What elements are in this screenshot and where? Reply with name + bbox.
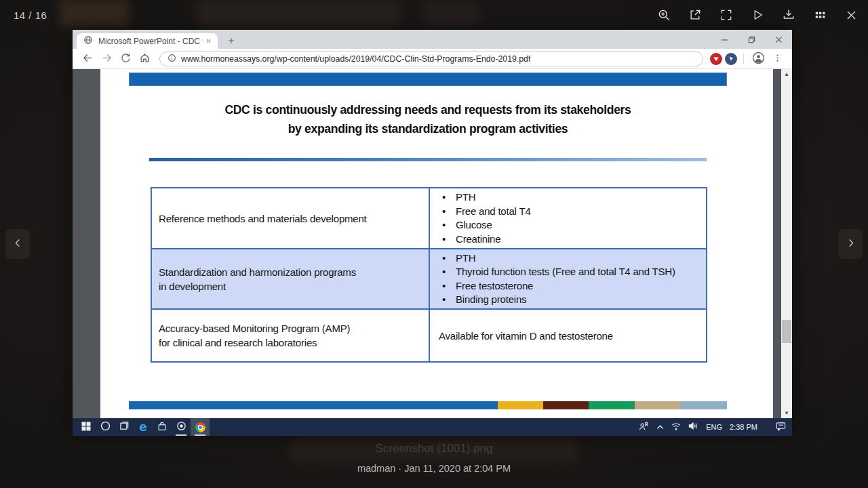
bullet-item: Free and total T4 xyxy=(442,205,706,219)
zoom-in-icon xyxy=(657,8,671,22)
url-bar[interactable]: www.hormoneassays.org/wp-content/uploads… xyxy=(159,52,703,66)
slideshow-button[interactable] xyxy=(749,6,766,24)
capture-app-button[interactable] xyxy=(172,418,191,436)
screenshot-photo: Microsoft PowerPoint - CDC Clin www.hor xyxy=(73,30,792,436)
pdf-page: CDC is continuously addressing needs and… xyxy=(100,69,773,418)
speaker-icon xyxy=(688,422,698,432)
footer-color-segment xyxy=(681,401,727,409)
open-in-new-icon xyxy=(688,8,702,22)
caption-meta: madman · Jan 11, 2020 at 2:04 PM xyxy=(0,463,868,474)
table-row-items: PTH Thyroid function tests (Free and tot… xyxy=(429,249,706,310)
scroll-down-icon[interactable]: ▼ xyxy=(781,408,792,418)
download-button[interactable] xyxy=(780,6,797,24)
extension-red-icon[interactable] xyxy=(710,53,722,65)
download-icon xyxy=(782,8,795,22)
page-info-icon[interactable] xyxy=(167,53,176,65)
apps-grid-icon xyxy=(814,9,827,22)
prev-photo-button[interactable] xyxy=(5,229,30,259)
home-button[interactable] xyxy=(136,51,153,67)
table-row-text: Available for vitamin D and testosterone xyxy=(429,310,706,361)
slide-title: CDC is continuously addressing needs and… xyxy=(129,100,727,138)
bullet-item: Free testosterone xyxy=(442,279,706,293)
url-text: www.hormoneassays.org/wp-content/uploads… xyxy=(181,54,530,64)
forward-icon xyxy=(101,52,113,66)
table-row-label: Standardization and harmonization progra… xyxy=(152,249,429,310)
cortana-circle-icon xyxy=(100,421,111,433)
chevron-right-icon xyxy=(846,238,856,250)
viewer-header: 14 / 16 xyxy=(0,0,868,30)
language-indicator[interactable]: ENG xyxy=(706,423,722,431)
close-viewer-button[interactable] xyxy=(842,6,860,24)
network-button[interactable] xyxy=(671,422,681,432)
table-row-items: PTH Free and total T4 Glucose Creatinine xyxy=(429,188,706,249)
footer-color-segment xyxy=(635,401,681,409)
zoom-in-button[interactable] xyxy=(655,6,673,24)
start-button[interactable] xyxy=(77,418,96,436)
chevron-left-icon xyxy=(13,238,23,250)
action-center-button[interactable] xyxy=(776,422,786,433)
chrome-taskbar-button[interactable] xyxy=(191,418,210,436)
task-view-button[interactable] xyxy=(115,418,134,436)
volume-button[interactable] xyxy=(688,422,698,432)
chevron-up-icon xyxy=(656,422,664,432)
slide-divider xyxy=(149,158,707,161)
people-icon xyxy=(639,422,649,433)
close-icon xyxy=(845,9,858,22)
store-button[interactable] xyxy=(153,418,172,436)
new-tab-button[interactable] xyxy=(223,33,239,49)
reload-icon xyxy=(120,52,131,65)
tray-expand-button[interactable] xyxy=(656,422,664,432)
fullscreen-button[interactable] xyxy=(717,6,735,24)
restore-button[interactable] xyxy=(738,30,765,49)
open-in-new-button[interactable] xyxy=(686,6,704,24)
bullet-item: PTH xyxy=(442,251,706,266)
browser-tab-strip: Microsoft PowerPoint - CDC Clin xyxy=(73,30,792,49)
clock[interactable]: 2:38 PM xyxy=(730,423,757,431)
scroll-up-icon[interactable]: ▲ xyxy=(781,69,792,79)
chrome-icon xyxy=(195,422,205,432)
footer-color-segment xyxy=(589,401,635,409)
three-dots-icon xyxy=(772,53,783,65)
minimize-button[interactable] xyxy=(711,30,738,49)
window-close-button[interactable] xyxy=(765,30,792,49)
scrollbar-thumb[interactable] xyxy=(782,320,791,343)
back-icon xyxy=(82,52,94,66)
footer-color-segment xyxy=(129,401,498,409)
label-line: Standardization and harmonization progra… xyxy=(159,265,429,279)
slide-table: Reference methods and materials developm… xyxy=(151,187,707,363)
browser-menu-button[interactable] xyxy=(769,51,785,67)
viewer-toolbar xyxy=(655,6,868,24)
label-line: Reference methods and materials developm… xyxy=(159,211,429,226)
reload-button[interactable] xyxy=(117,51,134,67)
apps-grid-button[interactable] xyxy=(811,6,829,24)
people-button[interactable] xyxy=(639,422,649,433)
windows-logo-icon xyxy=(81,422,91,433)
target-circle-icon xyxy=(176,421,186,433)
action-center-icon xyxy=(776,422,786,433)
back-button[interactable] xyxy=(79,51,96,67)
tab-close-button[interactable] xyxy=(203,36,214,47)
cortana-button[interactable] xyxy=(96,418,115,436)
fullscreen-icon xyxy=(719,8,733,22)
store-bag-icon xyxy=(157,422,167,433)
globe-favicon-icon xyxy=(83,35,93,47)
photo-counter: 14 / 16 xyxy=(14,9,47,21)
extension-navy-icon[interactable] xyxy=(725,53,737,65)
windows-taskbar: ENG 2:38 PM xyxy=(73,418,792,436)
slide-top-bar xyxy=(129,73,727,86)
slide-title-line2: by expanding its standardization program… xyxy=(129,119,727,138)
table-row-label: Accuracy-based Monitoring Program (AMP) … xyxy=(152,310,429,361)
label-line: in development xyxy=(159,279,429,293)
slide: CDC is continuously addressing needs and… xyxy=(129,69,727,418)
footer-color-segment xyxy=(543,401,589,409)
bullet-item: Thyroid function tests (Free and total T… xyxy=(442,265,706,279)
photo-viewer-overlay: 14 / 16 Microsoft PowerPoint - CDC Clin xyxy=(0,0,868,488)
profile-avatar-button[interactable] xyxy=(750,51,766,67)
browser-tab[interactable]: Microsoft PowerPoint - CDC Clin xyxy=(77,33,218,49)
label-line: Accuracy-based Monitoring Program (AMP) xyxy=(159,321,429,336)
forward-button[interactable] xyxy=(98,51,115,67)
edge-button[interactable] xyxy=(134,418,153,436)
scrollbar[interactable]: ▲ ▼ xyxy=(781,69,792,418)
next-photo-button[interactable] xyxy=(838,229,863,259)
wifi-icon xyxy=(671,422,681,432)
